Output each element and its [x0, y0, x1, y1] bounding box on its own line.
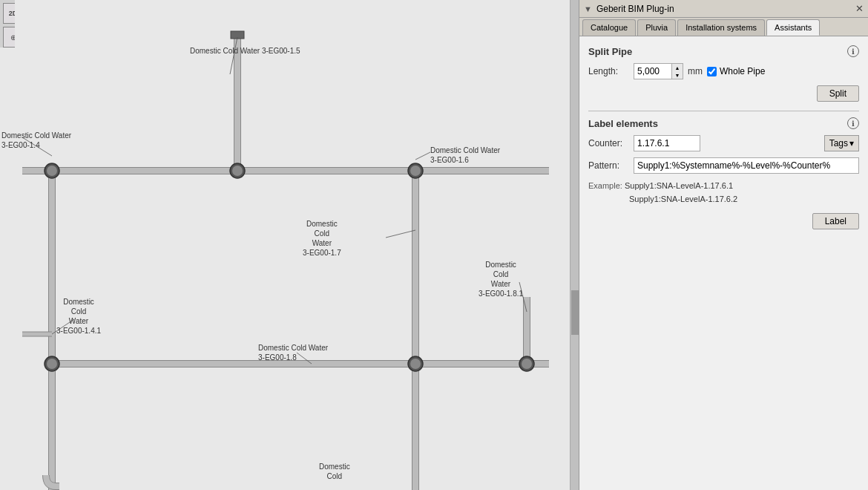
length-spin-arrows[interactable]: ▲ ▼ — [671, 64, 683, 79]
split-pipe-section-header: Split Pipe ℹ — [588, 45, 859, 57]
label-elements-section-header: Label elements ℹ — [588, 117, 859, 129]
pipe-label-8: DomesticCold — [319, 462, 350, 481]
svg-point-16 — [47, 166, 57, 176]
pipe-label-5: DomesticColdWater3-EG00-1.8.1 — [479, 260, 523, 298]
pattern-input[interactable] — [634, 157, 859, 174]
tab-pluvia[interactable]: Pluvia — [637, 19, 676, 36]
split-btn-row: Split — [588, 85, 859, 102]
pipe-label-2: Domestic Cold Water3-EG00-1.4 — [1, 131, 71, 150]
pipe-label-7: Domestic Cold Water3-EG00-1.8 — [258, 343, 328, 362]
length-label: Length: — [588, 66, 629, 76]
section-divider — [588, 111, 859, 111]
split-pipe-info-icon[interactable]: ℹ — [847, 45, 859, 57]
pipe-label-4: DomesticColdWater3-EG00-1.7 — [303, 219, 341, 258]
cad-scrollbar[interactable] — [570, 0, 579, 490]
length-spinner[interactable]: ▲ ▼ — [634, 63, 683, 79]
panel-close-btn[interactable]: ✕ — [855, 3, 864, 14]
tags-button[interactable]: Tags ▾ — [824, 135, 859, 151]
panel-tabs: Catalogue Pluvia Installation systems As… — [579, 18, 868, 36]
geberit-panel: ▼ Geberit BIM Plug-in ✕ Catalogue Pluvia… — [579, 0, 868, 490]
example-block: Example: Supply1:SNA-LevelA-1.17.6.1 Sup… — [588, 180, 859, 206]
tab-installation-systems[interactable]: Installation systems — [677, 19, 765, 36]
length-input[interactable] — [634, 64, 671, 79]
cad-scrollbar-thumb[interactable] — [571, 290, 579, 335]
pattern-row: Pattern: — [588, 157, 859, 174]
pipe-drawing — [0, 0, 579, 490]
tags-arrow-icon: ▾ — [849, 138, 854, 148]
panel-content: Split Pipe ℹ Length: ▲ ▼ mm Whole Pipe S… — [579, 36, 868, 490]
pattern-label: Pattern: — [588, 160, 629, 171]
pipe-label-1: Domestic Cold Water 3-EG00-1.5 — [190, 46, 300, 56]
example-line1: Supply1:SNA-LevelA-1.17.6.1 — [625, 181, 733, 190]
example-prefix: Example: — [588, 181, 622, 190]
svg-rect-0 — [15, 0, 564, 490]
svg-point-14 — [232, 166, 243, 176]
split-pipe-title: Split Pipe — [588, 46, 632, 57]
split-pipe-length-row: Length: ▲ ▼ mm Whole Pipe — [588, 63, 859, 79]
length-spin-down[interactable]: ▼ — [672, 71, 683, 79]
panel-pin-icon[interactable]: ▼ — [584, 4, 592, 13]
label-button[interactable]: Label — [812, 213, 859, 229]
svg-point-18 — [410, 166, 421, 176]
label-elements-title: Label elements — [588, 118, 658, 129]
panel-titlebar: ▼ Geberit BIM Plug-in ✕ — [579, 0, 868, 18]
counter-input[interactable] — [634, 135, 700, 151]
svg-point-22 — [47, 359, 57, 369]
counter-label: Counter: — [588, 138, 629, 148]
whole-pipe-checkbox[interactable] — [707, 67, 717, 76]
panel-title: Geberit BIM Plug-in — [596, 4, 674, 14]
pipe-label-6: DomesticColdWater3-EG00-1.4.1 — [56, 297, 101, 336]
tags-label: Tags — [829, 138, 848, 148]
counter-row: Counter: Tags ▾ — [588, 135, 859, 151]
example-line2: Supply1:SNA-LevelA-1.17.6.2 — [629, 195, 737, 203]
cad-viewport[interactable]: 2D ⊕ — [0, 0, 579, 490]
split-button[interactable]: Split — [817, 85, 859, 102]
whole-pipe-label: Whole Pipe — [720, 66, 765, 76]
length-unit: mm — [688, 66, 703, 76]
label-btn-row: Label — [588, 213, 859, 229]
pipe-label-3: Domestic Cold Water3-EG00-1.6 — [430, 146, 500, 165]
whole-pipe-wrapper[interactable]: Whole Pipe — [707, 66, 765, 76]
tab-catalogue[interactable]: Catalogue — [582, 19, 636, 36]
length-spin-up[interactable]: ▲ — [672, 64, 683, 71]
tab-assistants[interactable]: Assistants — [766, 19, 820, 36]
label-elements-info-icon[interactable]: ℹ — [847, 117, 859, 129]
svg-point-20 — [410, 359, 421, 369]
svg-point-27 — [522, 359, 532, 369]
